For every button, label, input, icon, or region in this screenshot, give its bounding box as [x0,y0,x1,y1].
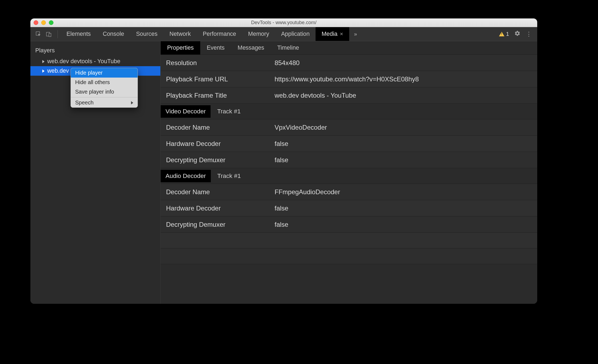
property-row: Decoder Name FFmpegAudioDecoder [161,184,537,200]
empty-row [161,248,537,264]
ctx-hide-all-others[interactable]: Hide all others [71,78,138,87]
property-row: Hardware Decoder false [161,136,537,152]
ctx-item-label: Speech [75,100,94,106]
property-label: Decoder Name [161,188,275,196]
property-label: Playback Frame URL [161,75,275,83]
chevron-right-icon [131,101,133,104]
ctx-item-label: Save player info [75,89,114,95]
tab-media[interactable]: Media ✕ [316,27,349,41]
window-title: DevTools - www.youtube.com/ [30,20,537,25]
property-value: false [275,221,537,228]
tab-memory[interactable]: Memory [242,27,275,41]
section-video-decoder: Video Decoder Track #1 [161,104,537,119]
ctx-save-player-info[interactable]: Save player info [71,87,138,97]
empty-row [161,233,537,248]
triangle-right-icon [42,69,44,73]
warning-icon [499,32,504,36]
ctx-speech-submenu[interactable]: Speech [71,98,138,107]
section-chip: Video Decoder [161,105,211,118]
window-close-button[interactable] [34,20,38,25]
property-value: FFmpegAudioDecoder [275,188,537,196]
section-chip: Audio Decoder [161,170,211,182]
media-detail-pane: Properties Events Messages Timeline Reso… [161,41,537,304]
property-row: Resolution 854x480 [161,55,537,71]
property-value: 854x480 [275,59,537,67]
panel-body: Players web.dev devtools - YouTube web.d… [30,41,537,304]
property-label: Decrypting Demuxer [161,221,275,228]
titlebar: DevTools - www.youtube.com/ [30,18,537,27]
subtab-messages[interactable]: Messages [231,41,271,55]
tab-elements[interactable]: Elements [61,27,97,41]
tab-application[interactable]: Application [275,27,316,41]
property-label: Resolution [161,59,275,67]
settings-icon[interactable] [514,30,520,38]
subtab-label: Timeline [277,44,299,51]
tab-performance[interactable]: Performance [197,27,242,41]
warnings-badge[interactable]: 1 [499,31,509,37]
property-label: Playback Frame Title [161,92,275,99]
toolbar-right: 1 ⋮ [499,30,537,38]
section-audio-decoder: Audio Decoder Track #1 [161,168,537,184]
sidebar-title: Players [30,41,160,57]
subtab-events[interactable]: Events [200,41,231,55]
subtab-timeline[interactable]: Timeline [271,41,306,55]
players-sidebar: Players web.dev devtools - YouTube web.d… [30,41,161,304]
property-row: Playback Frame Title web.dev devtools - … [161,87,537,104]
property-value: VpxVideoDecoder [275,124,537,131]
devtools-toolbar: Elements Console Sources Network Perform… [30,27,537,41]
panel-tabs: Elements Console Sources Network Perform… [61,27,362,41]
property-label: Hardware Decoder [161,140,275,148]
tab-label: Network [169,31,191,37]
property-row: Decoder Name VpxVideoDecoder [161,119,537,136]
subtab-label: Properties [167,44,194,51]
more-tabs-icon[interactable]: » [349,31,362,37]
tab-sources[interactable]: Sources [130,27,164,41]
subtab-properties[interactable]: Properties [161,41,200,55]
kebab-menu-icon[interactable]: ⋮ [526,31,532,38]
ctx-item-label: Hide all others [75,79,110,85]
tab-label: Memory [248,31,269,37]
tab-label: Console [103,31,124,37]
tab-label: Performance [203,31,236,37]
media-subtabs: Properties Events Messages Timeline [161,41,537,55]
player-label: web.dev devtools - YouTube [47,58,120,65]
property-row: Decrypting Demuxer false [161,152,537,168]
inspect-element-icon[interactable] [34,30,43,39]
property-row: Playback Frame URL https://www.youtube.c… [161,71,537,87]
property-row: Decrypting Demuxer false [161,216,537,233]
device-toolbar-icon[interactable] [44,30,53,39]
property-label: Decoder Name [161,124,275,131]
properties-list: Resolution 854x480 Playback Frame URL ht… [161,55,537,304]
ctx-divider [71,97,138,97]
ctx-hide-player[interactable]: Hide player [71,68,138,78]
close-icon[interactable]: ✕ [340,31,343,37]
property-label: Decrypting Demuxer [161,156,275,164]
tab-label: Media [322,31,338,37]
svg-rect-2 [49,33,51,37]
tab-label: Application [281,31,310,37]
toolbar-separator [58,30,58,38]
tab-network[interactable]: Network [163,27,197,41]
section-track: Track #1 [211,173,241,180]
window-maximize-button[interactable] [49,20,53,25]
tab-label: Sources [136,31,158,37]
subtab-label: Messages [238,44,264,51]
tab-console[interactable]: Console [97,27,130,41]
property-value: web.dev devtools - YouTube [275,92,537,99]
property-label: Hardware Decoder [161,205,275,212]
property-value: false [275,205,537,212]
property-value: false [275,140,537,148]
warning-count: 1 [506,31,509,37]
property-value: false [275,156,537,164]
tab-label: Elements [66,31,91,37]
subtab-label: Events [207,44,225,51]
traffic-lights [34,20,53,25]
player-item[interactable]: web.dev devtools - YouTube [30,57,160,66]
property-row: Hardware Decoder false [161,200,537,216]
property-value: https://www.youtube.com/watch?v=H0XScE08… [275,75,537,83]
ctx-item-label: Hide player [75,70,103,76]
devtools-window: DevTools - www.youtube.com/ Elements Con… [30,18,537,304]
window-minimize-button[interactable] [41,20,46,25]
triangle-right-icon [42,60,44,63]
section-track: Track #1 [211,108,241,115]
